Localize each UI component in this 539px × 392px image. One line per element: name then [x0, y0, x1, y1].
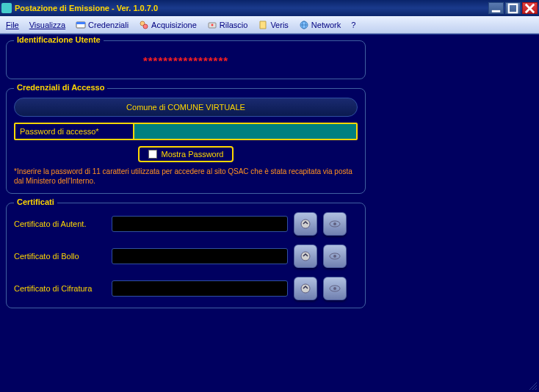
menu-visualizza[interactable]: Visualizza: [29, 21, 65, 29]
cert-label: Certificato di Bollo: [14, 252, 106, 261]
maximize-button[interactable]: [505, 2, 521, 14]
cert-autent-view-button[interactable]: [323, 212, 347, 236]
show-password-toggle[interactable]: Mostra Password: [138, 146, 234, 162]
veris-icon: [258, 20, 268, 30]
svg-point-16: [301, 252, 310, 261]
credenziali-fieldset: Credenziali di Accesso Comune di COMUNE …: [6, 88, 366, 194]
menu-network[interactable]: Network: [299, 20, 341, 30]
menubar: File Visualizza Credenziali Acquisizione…: [0, 16, 539, 34]
window-title: Postazione di Emissione - Ver. 1.0.7.0: [15, 4, 488, 12]
menu-credenziali[interactable]: Credenziali: [76, 20, 129, 30]
network-icon: [299, 20, 309, 30]
checkbox-icon: [148, 150, 157, 159]
credentials-icon: [76, 20, 86, 30]
cert-row-cifratura: Certificato di Cifratura: [14, 277, 358, 300]
svg-point-18: [333, 255, 336, 258]
cert-autent-field[interactable]: [112, 216, 288, 232]
password-label: Password di accesso*: [15, 124, 133, 139]
svg-point-19: [301, 284, 310, 293]
svg-rect-5: [76, 22, 85, 24]
close-button[interactable]: [522, 2, 538, 14]
svg-point-9: [211, 23, 213, 26]
comune-display: Comune di COMUNE VIRTUALE: [14, 98, 358, 117]
svg-point-15: [333, 222, 336, 225]
cert-bollo-load-button[interactable]: [294, 244, 317, 268]
menu-help[interactable]: ?: [351, 21, 355, 29]
minimize-button[interactable]: [488, 2, 504, 14]
cert-label: Certificato di Autent.: [14, 219, 106, 228]
certificati-legend: Certificati: [14, 197, 57, 206]
password-input[interactable]: [133, 124, 356, 139]
password-row: Password di accesso*: [14, 123, 358, 140]
show-password-label: Mostra Password: [162, 150, 224, 159]
menu-acquisizione[interactable]: Acquisizione: [139, 20, 197, 30]
certificati-fieldset: Certificati Certificato di Autent. Certi…: [6, 203, 366, 308]
cert-row-autent: Certificato di Autent.: [14, 212, 358, 236]
menu-veris[interactable]: Veris: [258, 20, 288, 30]
svg-point-7: [143, 24, 148, 29]
cert-bollo-field[interactable]: [112, 248, 288, 264]
release-icon: [207, 20, 217, 30]
app-icon: [1, 3, 12, 13]
cert-autent-load-button[interactable]: [294, 212, 317, 236]
content-area: Identificazione Utente *****************…: [0, 34, 539, 392]
menu-rilascio[interactable]: Rilascio: [207, 20, 248, 30]
svg-rect-1: [509, 4, 517, 12]
credenziali-legend: Credenziali di Accesso: [14, 83, 107, 92]
cert-cifratura-view-button[interactable]: [323, 277, 347, 300]
resize-grip-icon[interactable]: [527, 380, 538, 391]
identificazione-value: *****************: [14, 50, 358, 71]
svg-point-13: [301, 219, 310, 228]
menu-file[interactable]: File: [6, 21, 19, 29]
app-window: Postazione di Emissione - Ver. 1.0.7.0 F…: [0, 0, 539, 392]
acquisition-icon: [139, 20, 149, 30]
svg-line-24: [535, 388, 537, 390]
cert-bollo-view-button[interactable]: [323, 244, 347, 268]
svg-point-21: [333, 287, 336, 290]
identificazione-fieldset: Identificazione Utente *****************: [6, 40, 366, 79]
cert-cifratura-load-button[interactable]: [294, 277, 317, 300]
identificazione-legend: Identificazione Utente: [14, 35, 104, 44]
window-controls: [488, 2, 538, 14]
password-hint: *Inserire la password di 11 caratteri ut…: [14, 167, 358, 186]
cert-label: Certificato di Cifratura: [14, 284, 106, 293]
cert-row-bollo: Certificato di Bollo: [14, 244, 358, 268]
cert-cifratura-field[interactable]: [112, 280, 288, 297]
titlebar: Postazione di Emissione - Ver. 1.0.7.0: [0, 0, 539, 16]
